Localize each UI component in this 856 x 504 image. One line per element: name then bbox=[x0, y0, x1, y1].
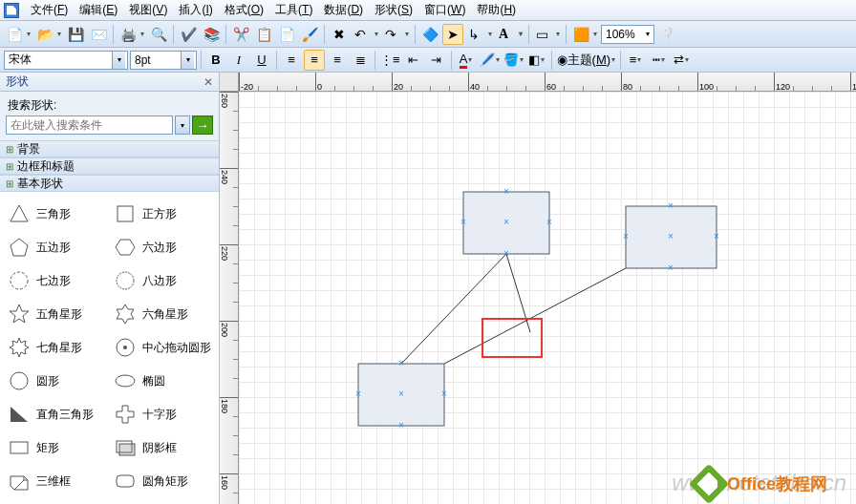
shape-label: 中心拖动圆形 bbox=[142, 340, 211, 356]
zoom-combo[interactable]: 106%▾ bbox=[601, 25, 654, 44]
align-center-button[interactable]: ≡ bbox=[304, 50, 325, 71]
shape-stencil[interactable]: 三维框 bbox=[4, 465, 110, 497]
shape-label: 三维框 bbox=[36, 473, 71, 490]
menu-w[interactable]: 窗口(W) bbox=[418, 0, 471, 20]
shape-stencil[interactable]: 中心拖动圆形 bbox=[110, 331, 216, 364]
shape-stencil[interactable]: 五角星形 bbox=[4, 298, 110, 330]
search-go-button[interactable]: → bbox=[192, 116, 213, 135]
italic-button[interactable]: I bbox=[228, 50, 249, 71]
fill-color-button[interactable]: 🪣 bbox=[503, 50, 524, 71]
shapes-panel-title: 形状 bbox=[6, 74, 29, 90]
shape-stencil[interactable]: 圆形 bbox=[4, 365, 110, 397]
svg-text:×: × bbox=[441, 388, 447, 399]
new-button[interactable]: 📄 bbox=[4, 24, 32, 45]
shape-label: 六角星形 bbox=[142, 306, 188, 323]
redo-button[interactable]: ↷ bbox=[382, 24, 411, 45]
format-painter-button[interactable]: 🖌️ bbox=[299, 24, 320, 45]
shape-category[interactable]: ⊞基本形状 bbox=[0, 175, 219, 192]
shape-stencil[interactable]: 十字形 bbox=[110, 398, 216, 430]
shapes-pane-button[interactable]: 🔷 bbox=[419, 24, 440, 45]
shape-category[interactable]: ⊞边框和标题 bbox=[0, 158, 219, 175]
menu-d[interactable]: 数据(D) bbox=[318, 0, 369, 20]
drawing-canvas[interactable]: ××××× ××××× ××××× www.notetribe.cn Offic… bbox=[239, 92, 856, 504]
increase-indent-button[interactable]: ⇥ bbox=[426, 50, 447, 71]
cut-button[interactable]: ✂️ bbox=[230, 24, 251, 45]
svg-rect-14 bbox=[11, 442, 28, 453]
logo-text: Office教程网 bbox=[727, 472, 827, 495]
underline-button[interactable]: U bbox=[251, 50, 272, 71]
save-button[interactable]: 💾 bbox=[65, 24, 86, 45]
shape-stencil[interactable]: 椭圆 bbox=[110, 365, 216, 397]
menu-v[interactable]: 视图(V) bbox=[123, 0, 173, 20]
line-weight-button[interactable]: ≡ bbox=[625, 50, 646, 71]
close-icon[interactable]: ✕ bbox=[203, 75, 213, 89]
paste-button[interactable]: 📄 bbox=[276, 24, 297, 45]
print-button[interactable]: 🖨️ bbox=[118, 24, 146, 45]
shape-icon bbox=[114, 202, 137, 225]
connector-tool-button[interactable]: ↳ bbox=[465, 24, 494, 45]
print-preview-button[interactable]: 🔍 bbox=[148, 24, 169, 45]
bullets-button[interactable]: ⋮≡ bbox=[379, 50, 401, 71]
shape-icon bbox=[114, 269, 137, 292]
open-button[interactable]: 📂 bbox=[34, 24, 63, 45]
search-input[interactable] bbox=[6, 116, 173, 135]
decrease-indent-button[interactable]: ⇤ bbox=[403, 50, 424, 71]
shape-stencil[interactable]: 六边形 bbox=[110, 231, 216, 263]
menu-f[interactable]: 文件(F) bbox=[25, 0, 74, 20]
svg-text:×: × bbox=[546, 217, 552, 227]
text-tool-button[interactable]: A bbox=[496, 24, 524, 45]
shape-stencil[interactable]: 七边形 bbox=[4, 264, 110, 297]
mail-button[interactable]: ✉️ bbox=[88, 24, 109, 45]
help-button[interactable]: ❔ bbox=[656, 24, 677, 45]
copy-button[interactable]: 📋 bbox=[253, 24, 274, 45]
shape-stencil[interactable]: 三角形 bbox=[4, 198, 110, 230]
shape-stencil[interactable]: 八边形 bbox=[110, 264, 216, 297]
svg-text:×: × bbox=[398, 388, 404, 399]
search-dropdown-button[interactable]: ▾ bbox=[175, 116, 190, 135]
shadow-color-button[interactable]: ◧ bbox=[526, 50, 547, 71]
menu-t[interactable]: 工具(T) bbox=[269, 0, 318, 20]
svg-marker-7 bbox=[117, 304, 134, 324]
menu-i[interactable]: 插入(I) bbox=[173, 0, 218, 20]
delete-icon[interactable]: ✖ bbox=[329, 24, 350, 45]
shape-icon bbox=[114, 470, 137, 493]
shape-stencil[interactable]: 七角星形 bbox=[4, 331, 110, 364]
shape-stencil[interactable]: 直角三角形 bbox=[4, 398, 110, 430]
connector[interactable] bbox=[444, 268, 626, 364]
shape-stencil[interactable]: 矩形 bbox=[4, 431, 110, 464]
line-pattern-button[interactable]: ┅ bbox=[648, 50, 669, 71]
logo-overlay: Office教程网 bbox=[695, 470, 827, 498]
font-color-button[interactable]: A bbox=[456, 50, 477, 71]
menu-o[interactable]: 格式(O) bbox=[219, 0, 269, 20]
line-ends-button[interactable]: ⇄ bbox=[671, 50, 692, 71]
standard-toolbar: 📄 📂 💾 ✉️ 🖨️ 🔍 ✔️ 📚 ✂️ 📋 📄 🖌️ ✖ ↶ ↷ 🔷 ➤ ↳… bbox=[0, 21, 856, 48]
shape-category[interactable]: ⊞背景 bbox=[0, 140, 219, 158]
svg-marker-13 bbox=[11, 407, 28, 422]
theme-button[interactable]: ◉ 主题(M) bbox=[556, 50, 617, 71]
menu-s[interactable]: 形状(S) bbox=[369, 0, 418, 20]
research-button[interactable]: 📚 bbox=[201, 24, 222, 45]
shape-stencil[interactable]: 阴影框 bbox=[110, 431, 216, 464]
spelling-button[interactable]: ✔️ bbox=[178, 24, 199, 45]
bold-button[interactable]: B bbox=[205, 50, 226, 71]
undo-button[interactable]: ↶ bbox=[352, 24, 380, 45]
align-left-button[interactable]: ≡ bbox=[281, 50, 302, 71]
layer-button[interactable]: 🟧 bbox=[570, 24, 599, 45]
menu-h[interactable]: 帮助(H) bbox=[471, 0, 522, 20]
vertical-ruler: 26024022020018016014012010080 bbox=[220, 92, 239, 504]
shape-icon bbox=[114, 436, 137, 459]
line-color-button[interactable]: 🖊️ bbox=[479, 50, 501, 71]
pointer-tool-button[interactable]: ➤ bbox=[442, 24, 463, 45]
connector[interactable] bbox=[401, 254, 506, 364]
font-size-combo[interactable]: 8pt▾ bbox=[130, 51, 197, 70]
menu-e[interactable]: 编辑(E) bbox=[74, 0, 123, 20]
align-right-button[interactable]: ≡ bbox=[327, 50, 348, 71]
shape-icon bbox=[8, 202, 31, 225]
shape-stencil[interactable]: 圆角矩形 bbox=[110, 465, 216, 497]
align-justify-button[interactable]: ≣ bbox=[350, 50, 371, 71]
shape-stencil[interactable]: 正方形 bbox=[110, 198, 216, 230]
rectangle-tool-button[interactable]: ▭ bbox=[533, 24, 562, 45]
font-combo[interactable]: 宋体▾ bbox=[4, 51, 128, 70]
shape-stencil[interactable]: 五边形 bbox=[4, 231, 110, 263]
shape-stencil[interactable]: 六角星形 bbox=[110, 298, 216, 330]
